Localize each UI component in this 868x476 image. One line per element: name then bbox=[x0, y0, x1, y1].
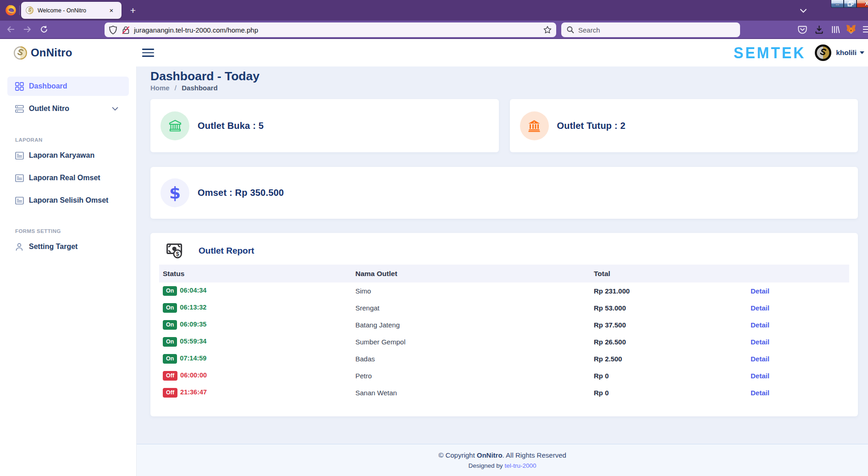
firefox-icon[interactable] bbox=[5, 4, 17, 17]
cell-total: Rp 231.000 bbox=[590, 282, 747, 299]
back-button[interactable] bbox=[4, 22, 17, 36]
sidebar-item-dashboard[interactable]: Dashboard bbox=[7, 77, 129, 96]
tab-close-icon[interactable]: × bbox=[106, 5, 117, 16]
search-placeholder: Search bbox=[578, 26, 600, 34]
list-tabs-chevron-icon[interactable] bbox=[796, 4, 810, 17]
card-omset-label: Omset : Rp 350.500 bbox=[198, 188, 284, 198]
cell-detail: Detail bbox=[747, 333, 849, 350]
window-close-button[interactable]: X bbox=[857, 0, 868, 8]
url-bar[interactable]: juraganangin.tel-tru-2000.com/home.php bbox=[105, 22, 556, 37]
new-tab-button[interactable]: + bbox=[127, 4, 139, 17]
user-caret-icon[interactable] bbox=[860, 51, 864, 54]
status-time: 06:00:00 bbox=[180, 371, 207, 379]
footer: © Copyright OnNitro. All Rights Reserved… bbox=[137, 444, 868, 476]
url-text[interactable]: juraganangin.tel-tru-2000.com/home.php bbox=[134, 26, 543, 34]
server-icon bbox=[15, 105, 24, 113]
window-minimize-button[interactable] bbox=[831, 0, 844, 8]
cell-status: On05:59:34 bbox=[159, 333, 352, 350]
cell-outlet-name: Badas bbox=[352, 350, 590, 367]
bookmark-star-icon[interactable] bbox=[543, 26, 552, 34]
cell-detail: Detail bbox=[747, 384, 849, 401]
detail-link[interactable]: Detail bbox=[751, 287, 769, 295]
table-row: On06:04:34 Simo Rp 231.000 Detail bbox=[159, 282, 849, 299]
sidebar-toggle-icon[interactable] bbox=[142, 48, 155, 57]
window-restore-button[interactable] bbox=[844, 0, 857, 8]
cell-status: Off21:36:47 bbox=[159, 384, 352, 401]
sidebar-item-label: Setting Target bbox=[29, 243, 77, 251]
status-time: 06:09:35 bbox=[180, 321, 206, 328]
browser-toolbar: juraganangin.tel-tru-2000.com/home.php S… bbox=[0, 21, 868, 39]
forward-button[interactable] bbox=[20, 22, 34, 36]
status-time: 05:59:34 bbox=[180, 338, 206, 345]
cell-total: Rp 53.000 bbox=[590, 299, 747, 316]
footer-designed-by: Designed by tel-tru-2000 bbox=[469, 462, 536, 469]
breadcrumb-home[interactable]: Home bbox=[150, 84, 170, 92]
window-controls: X bbox=[831, 0, 868, 8]
sidebar-item-laporan-real-omset[interactable]: Laporan Real Omset bbox=[7, 168, 129, 188]
sidebar-item-setting-target[interactable]: Setting Target bbox=[7, 237, 129, 256]
col-total: Total bbox=[590, 265, 747, 282]
status-badge: Off bbox=[163, 371, 177, 381]
detail-link[interactable]: Detail bbox=[751, 389, 769, 397]
detail-link[interactable]: Detail bbox=[751, 338, 769, 346]
browser-tab[interactable]: Welcome - OnNitro × bbox=[21, 2, 122, 19]
sidebar-item-label: Laporan Karyawan bbox=[29, 151, 94, 160]
grid-icon bbox=[15, 82, 24, 91]
sidebar-item-label: Laporan Selisih Omset bbox=[29, 196, 108, 205]
brand[interactable]: OnNitro bbox=[0, 46, 137, 60]
tab-favicon-icon bbox=[26, 6, 33, 14]
designer-link[interactable]: tel-tru-2000 bbox=[504, 462, 536, 469]
status-badge: On bbox=[163, 320, 177, 330]
pocket-icon[interactable] bbox=[796, 22, 809, 36]
cell-total: Rp 26.500 bbox=[590, 333, 747, 350]
sidebar-item-outlet-nitro[interactable]: Outlet Nitro bbox=[7, 99, 129, 118]
downloads-icon[interactable] bbox=[812, 22, 826, 36]
table-row: On05:59:34 Sumber Gempol Rp 26.500 Detai… bbox=[159, 333, 849, 350]
card-outlet-tutup-label: Outlet Tutup : 2 bbox=[557, 121, 625, 131]
list-icon bbox=[15, 174, 24, 183]
detail-link[interactable]: Detail bbox=[751, 304, 769, 312]
detail-link[interactable]: Detail bbox=[751, 372, 769, 380]
table-row: Off21:36:47 Sanan Wetan Rp 0 Detail bbox=[159, 384, 849, 401]
semtek-logo: SEMTEK bbox=[734, 44, 806, 62]
cell-outlet-name: Sumber Gempol bbox=[352, 333, 590, 350]
table-row: On06:09:35 Batang Jateng Rp 37.500 Detai… bbox=[159, 316, 849, 333]
cell-detail: Detail bbox=[747, 367, 849, 384]
detail-link[interactable]: Detail bbox=[751, 355, 769, 363]
avatar[interactable] bbox=[815, 44, 831, 61]
menu-hamburger-icon[interactable] bbox=[860, 22, 868, 36]
table-row: On06:13:32 Srengat Rp 53.000 Detail bbox=[159, 299, 849, 316]
app-header: OnNitro SEMTEK kholili bbox=[0, 39, 868, 66]
status-badge: On bbox=[163, 337, 177, 347]
card-outlet-tutup: Outlet Tutup : 2 bbox=[510, 99, 858, 152]
breadcrumb: Home / Dashboard bbox=[150, 84, 858, 92]
library-icon[interactable] bbox=[829, 22, 842, 36]
user-name[interactable]: kholili bbox=[836, 49, 857, 57]
search-bar[interactable]: Search bbox=[561, 22, 740, 37]
main-content: Dashboard - Today Home / Dashboard Outle… bbox=[137, 66, 868, 444]
cell-outlet-name: Batang Jateng bbox=[352, 316, 590, 333]
money-icon: $ bbox=[166, 243, 183, 259]
status-badge: Off bbox=[163, 388, 177, 398]
table-header-row: Status Nama Outlet Total bbox=[159, 265, 849, 282]
dollar-icon: $ bbox=[160, 178, 189, 207]
page-title: Dashboard - Today bbox=[150, 69, 858, 83]
report-header: $ Outlet Report bbox=[159, 243, 849, 259]
status-time: 07:14:59 bbox=[180, 354, 206, 362]
reload-button[interactable] bbox=[37, 22, 51, 36]
metamask-icon[interactable] bbox=[844, 22, 858, 36]
cell-outlet-name: Srengat bbox=[352, 299, 590, 316]
cell-outlet-name: Simo bbox=[352, 282, 590, 299]
sidebar-item-laporan-selisih-omset[interactable]: Laporan Selisih Omset bbox=[7, 191, 129, 210]
onnitro-logo-icon bbox=[14, 46, 27, 60]
card-outlet-report: $ Outlet Report Status Nama Outlet Total bbox=[150, 233, 858, 416]
search-icon bbox=[567, 26, 574, 33]
lock-insecure-icon[interactable] bbox=[122, 26, 130, 34]
chevron-down-icon bbox=[112, 107, 118, 111]
tab-title: Welcome - OnNitro bbox=[38, 7, 106, 14]
content-column: Dashboard - Today Home / Dashboard Outle… bbox=[137, 66, 868, 476]
detail-link[interactable]: Detail bbox=[751, 321, 769, 329]
sidebar-item-laporan-karyawan[interactable]: Laporan Karyawan bbox=[7, 146, 129, 165]
status-badge: On bbox=[163, 286, 177, 296]
shield-icon[interactable] bbox=[109, 26, 117, 34]
